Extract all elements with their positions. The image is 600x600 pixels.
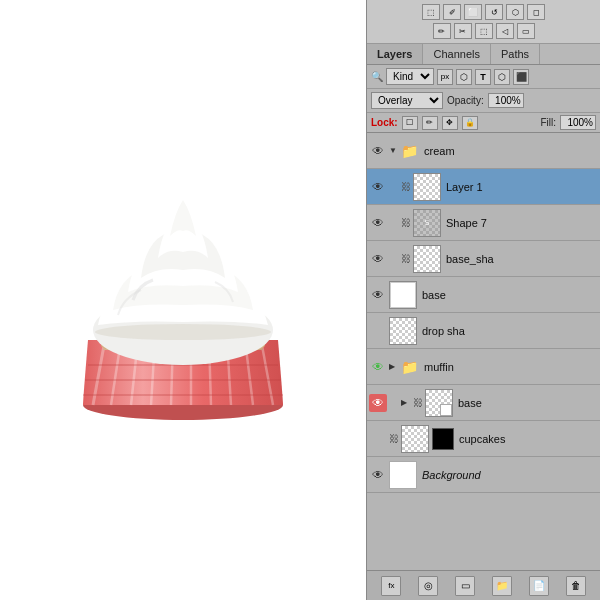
thumb-background [389,461,417,489]
tool-btn-4[interactable]: ↺ [485,4,503,20]
tab-channels[interactable]: Channels [423,44,490,64]
panel-toolbar: ⬚ ✐ ⬜ ↺ ⬡ ◻ ✏ ✂ ⬚ ◁ ▭ [367,0,600,44]
tool-btn-1[interactable]: ⬚ [422,4,440,20]
lock-position-btn[interactable]: ✥ [442,116,458,130]
canvas-area [0,0,366,600]
thumb-layer1 [413,173,441,201]
mask-thumb-cupcakes [432,428,454,450]
eye-icon-background[interactable]: 👁 [369,466,387,484]
layer-item-layer1[interactable]: 👁 ⛓ Layer 1 [367,169,600,205]
lock-transparent-btn[interactable]: ☐ [402,116,418,130]
layer-name-shape7: Shape 7 [443,217,598,229]
tool-btn-10[interactable]: ◁ [496,23,514,39]
layers-list: 👁 ▼ 📁 cream 👁 ⛓ Layer 1 👁 [367,133,600,570]
eye-symbol-layer1: 👁 [372,180,384,194]
chain-icon-base2: ⛓ [413,397,423,408]
svg-point-16 [95,324,271,340]
blend-row: Overlay Normal Multiply Opacity: [367,89,600,113]
opacity-label: Opacity: [447,95,484,106]
filter-search-icon: 🔍 [371,71,383,82]
layer-item-base[interactable]: 👁 base [367,277,600,313]
tool-btn-3[interactable]: ⬜ [464,4,482,20]
filter-type-btn[interactable]: T [475,69,491,85]
toolbar-row-2: ✏ ✂ ⬚ ◁ ▭ [433,23,535,39]
eye-icon-base2[interactable]: 👁 [369,394,387,412]
panel-tabs: Layers Channels Paths [367,44,600,65]
eye-symbol-base2: 👁 [372,396,384,410]
add-mask-btn[interactable]: ◎ [418,576,438,596]
eye-icon-cream[interactable]: 👁 [369,142,387,160]
eye-symbol-basesha: 👁 [372,252,384,266]
eye-icon-shape7[interactable]: 👁 [369,214,387,232]
filter-px-btn[interactable]: px [437,69,453,85]
thumb-base [389,281,417,309]
lock-row: Lock: ☐ ✏ ✥ 🔒 Fill: [367,113,600,133]
layer-name-cupcakes: cupcakes [456,433,598,445]
chain-icon-shape7: ⛓ [401,217,411,228]
layer-item-muffin[interactable]: 👁 ▶ 📁 muffin [367,349,600,385]
eye-symbol-background: 👁 [372,468,384,482]
layer-item-cream[interactable]: 👁 ▼ 📁 cream [367,133,600,169]
thumb-dropsha [389,317,417,345]
thumb-basesha [413,245,441,273]
no-eye-dropsha [369,322,387,340]
layer-item-cupcakes[interactable]: ⛓ cupcakes [367,421,600,457]
eye-symbol-cream: 👁 [372,144,384,158]
tool-btn-8[interactable]: ✂ [454,23,472,39]
tool-btn-7[interactable]: ✏ [433,23,451,39]
link-btn[interactable]: fx [381,576,401,596]
layer-item-background[interactable]: 👁 Background [367,457,600,493]
lock-image-btn[interactable]: ✏ [422,116,438,130]
filter-shape-btn[interactable]: ⬡ [494,69,510,85]
tab-paths[interactable]: Paths [491,44,540,64]
layers-panel: ⬚ ✐ ⬜ ↺ ⬡ ◻ ✏ ✂ ⬚ ◁ ▭ Layers Channels Pa… [366,0,600,600]
chain-icon-cupcakes: ⛓ [389,433,399,444]
lock-all-btn[interactable]: 🔒 [462,116,478,130]
layer-item-shape7[interactable]: 👁 ⛓ S Shape 7 [367,205,600,241]
filter-adjust-btn[interactable]: ⬡ [456,69,472,85]
blend-mode-select[interactable]: Overlay Normal Multiply [371,92,443,109]
filter-type-select[interactable]: Kind [386,68,434,85]
delete-btn[interactable]: 🗑 [566,576,586,596]
folder-icon-muffin: 📁 [401,359,418,375]
bottom-toolbar: fx ◎ ▭ 📁 📄 🗑 [367,570,600,600]
tool-btn-9[interactable]: ⬚ [475,23,493,39]
toolbar-row-1: ⬚ ✐ ⬜ ↺ ⬡ ◻ [422,4,545,20]
folder-icon-cream: 📁 [401,143,418,159]
eye-icon-basesha[interactable]: 👁 [369,250,387,268]
tab-layers[interactable]: Layers [367,44,423,64]
layer-item-basesha[interactable]: 👁 ⛓ base_sha [367,241,600,277]
eye-icon-layer1[interactable]: 👁 [369,178,387,196]
filter-smart-btn[interactable]: ⬛ [513,69,529,85]
filter-row: 🔍 Kind px ⬡ T ⬡ ⬛ [367,65,600,89]
tool-btn-5[interactable]: ⬡ [506,4,524,20]
chain-icon-basesha: ⛓ [401,253,411,264]
eye-symbol-base: 👁 [372,288,384,302]
fill-label: Fill: [540,117,556,128]
expand-base2[interactable]: ▶ [401,398,411,407]
tool-btn-2[interactable]: ✐ [443,4,461,20]
layer-name-background: Background [419,469,598,481]
layer-item-dropsha[interactable]: drop sha [367,313,600,349]
cupcake-image [33,140,333,460]
thumb-shape7: S [413,209,441,237]
group-btn[interactable]: 📁 [492,576,512,596]
layer-item-base2[interactable]: 👁 ▶ ⛓ base [367,385,600,421]
eye-icon-muffin[interactable]: 👁 [369,358,387,376]
no-eye-cupcakes [369,430,387,448]
layer-name-dropsha: drop sha [419,325,598,337]
fill-input[interactable] [560,115,596,130]
expand-muffin[interactable]: ▶ [389,362,399,371]
expand-cream[interactable]: ▼ [389,146,399,155]
new-layer-btn[interactable]: 📄 [529,576,549,596]
layer-name-layer1: Layer 1 [443,181,598,193]
opacity-input[interactable] [488,93,524,108]
eye-symbol-muffin: 👁 [372,360,384,374]
lock-label: Lock: [371,117,398,128]
new-fill-btn[interactable]: ▭ [455,576,475,596]
chain-icon-layer1: ⛓ [401,181,411,192]
eye-icon-base[interactable]: 👁 [369,286,387,304]
tool-btn-6[interactable]: ◻ [527,4,545,20]
tool-btn-11[interactable]: ▭ [517,23,535,39]
layer-name-base: base [419,289,598,301]
